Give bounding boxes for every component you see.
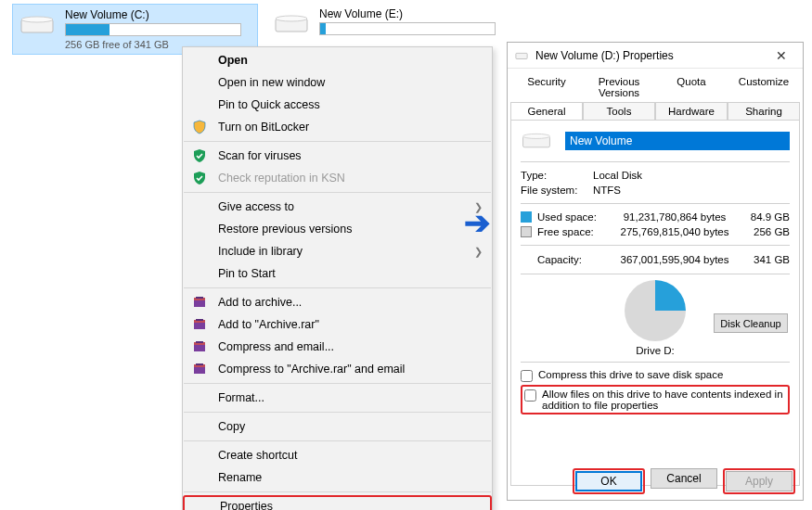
disk-cleanup-button[interactable]: Disk Cleanup bbox=[714, 313, 788, 333]
svg-point-1 bbox=[21, 17, 53, 22]
compress-checkbox[interactable] bbox=[521, 370, 533, 382]
used-gb: 84.9 GB bbox=[738, 211, 790, 223]
capacity-label: Capacity: bbox=[521, 254, 612, 265]
menu-open[interactable]: Open bbox=[183, 49, 492, 71]
drive-tile-e[interactable]: New Volume (E:) bbox=[267, 4, 513, 42]
menu-restore-previous[interactable]: Restore previous versions bbox=[183, 218, 492, 240]
svg-rect-16 bbox=[516, 53, 527, 58]
menu-separator bbox=[184, 440, 491, 441]
archive-icon bbox=[191, 361, 208, 377]
menu-give-access[interactable]: Give access to❯ bbox=[183, 196, 492, 218]
close-button[interactable]: ✕ bbox=[767, 48, 795, 63]
menu-include-library[interactable]: Include in library❯ bbox=[183, 240, 492, 262]
drive-icon bbox=[521, 130, 552, 152]
tab-security[interactable]: Security bbox=[510, 72, 583, 102]
menu-scan-viruses[interactable]: Scan for viruses bbox=[183, 145, 492, 167]
divider bbox=[521, 161, 790, 162]
tab-hardware[interactable]: Hardware bbox=[655, 102, 728, 120]
menu-copy[interactable]: Copy bbox=[183, 415, 492, 438]
divider bbox=[521, 362, 790, 363]
drive-letter-label: Drive D: bbox=[521, 345, 790, 356]
tab-general[interactable]: General bbox=[510, 102, 583, 120]
context-menu: Open Open in new window Pin to Quick acc… bbox=[182, 46, 493, 510]
drive-usage-bar bbox=[65, 23, 241, 36]
type-value: Local Disk bbox=[593, 170, 790, 181]
drive-name-input[interactable] bbox=[565, 132, 790, 150]
shield-check-icon bbox=[191, 147, 208, 164]
apply-outline: Apply bbox=[723, 468, 795, 494]
shield-icon bbox=[191, 119, 208, 135]
menu-bitlocker[interactable]: Turn on BitLocker bbox=[183, 116, 492, 138]
filesystem-value: NTFS bbox=[593, 185, 790, 196]
allow-index-checkbox-row[interactable]: Allow files on this drive to have conten… bbox=[524, 388, 786, 412]
arrow-right-icon: ➔ bbox=[464, 204, 490, 241]
menu-separator bbox=[184, 287, 491, 288]
archive-icon bbox=[191, 294, 208, 311]
chevron-right-icon: ❯ bbox=[474, 246, 483, 258]
menu-check-reputation[interactable]: Check reputation in KSN bbox=[183, 167, 492, 189]
menu-separator bbox=[184, 383, 491, 384]
svg-point-18 bbox=[523, 134, 550, 138]
menu-format[interactable]: Format... bbox=[183, 387, 492, 409]
menu-separator bbox=[184, 491, 491, 492]
menu-properties[interactable]: Properties bbox=[183, 495, 492, 510]
drive-icon bbox=[19, 12, 56, 38]
capacity-gb: 341 GB bbox=[738, 254, 790, 265]
tabs: Security Previous Versions Quota Customi… bbox=[508, 69, 803, 120]
tab-previous-versions[interactable]: Previous Versions bbox=[583, 72, 655, 102]
svg-rect-12 bbox=[196, 341, 203, 343]
drive-title: New Volume (C:) bbox=[65, 8, 251, 21]
divider bbox=[521, 203, 790, 204]
menu-add-archive-rar[interactable]: Add to "Archive.rar" bbox=[183, 313, 492, 336]
svg-point-3 bbox=[276, 16, 307, 21]
divider bbox=[521, 245, 790, 246]
type-label: Type: bbox=[521, 170, 593, 181]
svg-rect-15 bbox=[196, 363, 203, 365]
filesystem-label: File system: bbox=[521, 185, 593, 196]
free-bytes: 275,769,815,040 bytes bbox=[612, 226, 738, 237]
svg-rect-6 bbox=[196, 297, 203, 299]
menu-separator bbox=[184, 141, 491, 142]
allow-index-outline: Allow files on this drive to have conten… bbox=[521, 385, 790, 414]
drive-icon bbox=[515, 49, 528, 62]
ok-button[interactable]: OK bbox=[575, 471, 642, 491]
menu-create-shortcut[interactable]: Create shortcut bbox=[183, 444, 492, 466]
menu-add-archive[interactable]: Add to archive... bbox=[183, 291, 492, 313]
used-bytes: 91,231,780,864 bytes bbox=[612, 211, 738, 223]
compress-checkbox-row[interactable]: Compress this drive to save disk space bbox=[521, 368, 790, 383]
cancel-button[interactable]: Cancel bbox=[651, 468, 717, 489]
divider bbox=[521, 274, 790, 274]
menu-pin-start[interactable]: Pin to Start bbox=[183, 262, 492, 285]
menu-compress-archive-email[interactable]: Compress to "Archive.rar" and email bbox=[183, 358, 492, 380]
archive-icon bbox=[191, 316, 208, 333]
used-swatch bbox=[521, 211, 532, 223]
svg-rect-9 bbox=[196, 319, 203, 321]
drive-body: New Volume (E:) bbox=[319, 7, 508, 38]
menu-rename[interactable]: Rename bbox=[183, 466, 492, 489]
tab-customize[interactable]: Customize bbox=[728, 72, 800, 102]
menu-separator bbox=[184, 412, 491, 413]
ok-outline: OK bbox=[573, 468, 645, 494]
tab-sharing[interactable]: Sharing bbox=[728, 102, 800, 120]
apply-button[interactable]: Apply bbox=[726, 471, 793, 491]
usage-pie-chart bbox=[625, 280, 686, 341]
properties-window: New Volume (D:) Properties ✕ Security Pr… bbox=[507, 42, 804, 501]
compress-label: Compress this drive to save disk space bbox=[538, 369, 723, 380]
menu-compress-email[interactable]: Compress and email... bbox=[183, 336, 492, 358]
menu-pin-quick-access[interactable]: Pin to Quick access bbox=[183, 94, 492, 116]
tab-quota[interactable]: Quota bbox=[655, 72, 728, 102]
drive-body: New Volume (C:) 256 GB free of 341 GB bbox=[65, 8, 251, 50]
tab-general-body: Type:Local Disk File system:NTFS Used sp… bbox=[510, 120, 800, 486]
used-label: Used space: bbox=[537, 211, 612, 223]
drive-title: New Volume (E:) bbox=[319, 7, 508, 20]
drive-icon bbox=[273, 11, 310, 37]
capacity-bytes: 367,001,595,904 bytes bbox=[612, 254, 738, 265]
menu-separator bbox=[184, 192, 491, 193]
titlebar[interactable]: New Volume (D:) Properties ✕ bbox=[508, 43, 803, 69]
tab-tools[interactable]: Tools bbox=[583, 102, 655, 120]
window-title: New Volume (D:) Properties bbox=[535, 49, 767, 62]
menu-open-new-window[interactable]: Open in new window bbox=[183, 71, 492, 94]
archive-icon bbox=[191, 338, 208, 355]
allow-index-checkbox[interactable] bbox=[524, 389, 536, 402]
free-label: Free space: bbox=[537, 226, 612, 237]
